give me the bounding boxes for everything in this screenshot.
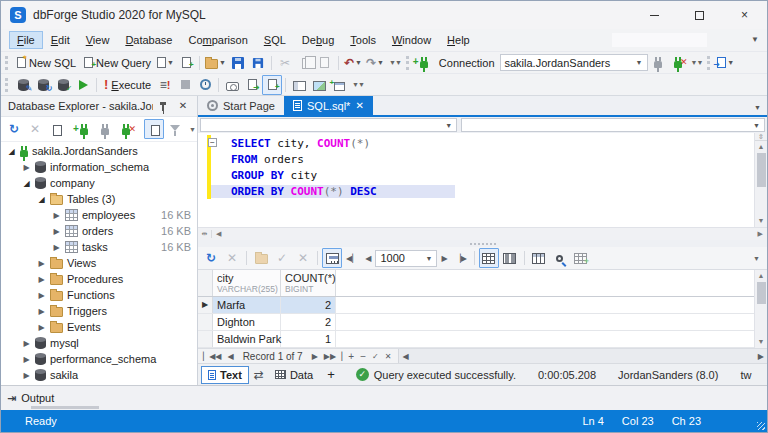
- first-record-button[interactable]: ▏◀◀: [200, 352, 224, 361]
- delete-record-button[interactable]: −: [357, 351, 369, 362]
- tree-item-information-schema[interactable]: ▶information_schema: [1, 159, 197, 175]
- tab-data[interactable]: Data: [269, 366, 319, 384]
- column-visibility-button[interactable]: [529, 248, 549, 268]
- menu-debug[interactable]: Debug: [294, 31, 342, 49]
- resize-grip[interactable]: [757, 422, 765, 430]
- column-header-city[interactable]: cityVARCHAR(255): [213, 270, 281, 296]
- tree-item-sakila-jordansanders[interactable]: ◢sakila.JordanSanders: [1, 143, 197, 159]
- pagination-toggle-button[interactable]: [322, 248, 342, 268]
- grid-cell[interactable]: Baldwin Park: [213, 331, 281, 347]
- menu-help[interactable]: Help: [439, 31, 478, 49]
- toolbar-overflow-icon[interactable]: ▼▼: [386, 59, 404, 66]
- toolbar-grip[interactable]: [5, 78, 9, 92]
- pin-panel-button[interactable]: [153, 96, 173, 116]
- tree-item-functions[interactable]: ▶Functions: [1, 287, 197, 303]
- tab-text[interactable]: Text: [201, 366, 249, 384]
- collapse-icon[interactable]: ◢: [37, 195, 46, 204]
- grid-vertical-scrollbar[interactable]: ▲ ▼: [754, 270, 767, 348]
- editor-combo-right[interactable]: ▼: [461, 118, 765, 132]
- expand-icon[interactable]: ▶: [22, 355, 31, 364]
- menu-edit[interactable]: Edit: [43, 31, 78, 49]
- cancel-changes-button[interactable]: ✕: [293, 248, 313, 268]
- save-button[interactable]: [228, 53, 248, 73]
- chevron-down-icon[interactable]: ▼: [727, 59, 734, 66]
- toolbar-overflow-icon[interactable]: ▼▼: [688, 59, 706, 66]
- tree-item-tables-3[interactable]: ◢Tables (3): [1, 191, 197, 207]
- toolbar-overflow-icon[interactable]: ▼: [753, 255, 764, 262]
- expand-icon[interactable]: ▶: [52, 211, 61, 220]
- collapse-icon[interactable]: ◢: [7, 147, 16, 156]
- collapse-icon[interactable]: ◢: [22, 179, 31, 188]
- scroll-thumb[interactable]: [757, 282, 766, 304]
- split-handle[interactable]: ⇳: [755, 133, 767, 141]
- add-view-button[interactable]: +: [321, 366, 341, 384]
- close-panel-button[interactable]: ✕: [173, 96, 193, 116]
- redo-button[interactable]: ↷▼: [364, 53, 386, 73]
- start-debug-button[interactable]: [73, 75, 93, 95]
- show-options-button[interactable]: [144, 119, 164, 139]
- visual-editor-button[interactable]: [309, 75, 329, 95]
- menu-database[interactable]: Database: [117, 31, 180, 49]
- next-record-button[interactable]: ▶: [309, 352, 321, 361]
- split-handle[interactable]: ⇹: [198, 230, 212, 238]
- new-connection-button[interactable]: +: [414, 53, 434, 73]
- editor-results-splitter[interactable]: [198, 240, 767, 247]
- grid-cell[interactable]: Marfa: [213, 297, 281, 313]
- undo-button[interactable]: ↶▼: [342, 53, 364, 73]
- query-profiler-button[interactable]: [222, 75, 242, 95]
- scroll-down-icon[interactable]: ▼: [758, 336, 765, 348]
- toolbar-overflow-icon[interactable]: ▼▼: [349, 81, 367, 88]
- expand-icon[interactable]: ▶: [37, 291, 46, 300]
- database-check-button[interactable]: ✓: [53, 75, 73, 95]
- next-page-button[interactable]: ▶: [438, 254, 450, 263]
- execute-script-button[interactable]: ≡!: [155, 75, 175, 95]
- grid-cell[interactable]: 2: [281, 314, 336, 330]
- scroll-left-icon[interactable]: ◀: [399, 352, 411, 361]
- tree-item-sakila[interactable]: ▶sakila: [1, 367, 197, 383]
- aggregates-button[interactable]: ＋: [571, 248, 591, 268]
- menu-search-area[interactable]: [612, 33, 707, 47]
- last-record-button[interactable]: ▶▶▕: [321, 352, 345, 361]
- tab-list-dropdown-icon[interactable]: ▼: [754, 104, 761, 111]
- table-row[interactable]: Baldwin Park1: [198, 331, 754, 348]
- table-row[interactable]: Dighton2: [198, 314, 754, 331]
- expand-icon[interactable]: ▶: [37, 307, 46, 316]
- first-page-button[interactable]: ◀▏: [343, 254, 361, 263]
- table-row[interactable]: ▶Marfa2: [198, 297, 754, 314]
- connection-combobox[interactable]: sakila.JordanSanders ▼: [500, 54, 648, 71]
- scroll-down-icon[interactable]: ▼: [758, 215, 765, 227]
- open-file-button[interactable]: ▼: [203, 53, 228, 73]
- toolbar-grip[interactable]: [707, 56, 711, 70]
- tree-item-events[interactable]: ▶Events: [1, 319, 197, 335]
- expand-icon[interactable]: ▶: [52, 243, 61, 252]
- connect-button[interactable]: [648, 53, 668, 73]
- new-file-button[interactable]: +: [176, 53, 196, 73]
- expand-icon[interactable]: ▶: [22, 163, 31, 172]
- database-edit-button[interactable]: ✎: [13, 75, 33, 95]
- stop-button[interactable]: [175, 75, 195, 95]
- collapse-region-icon[interactable]: −: [208, 138, 217, 147]
- menu-file[interactable]: File: [9, 31, 43, 49]
- chevron-down-icon[interactable]: ▼: [167, 59, 174, 66]
- expand-icon[interactable]: ▶: [22, 339, 31, 348]
- apply-changes-button[interactable]: ✓: [272, 248, 292, 268]
- toolbar-overflow-icon[interactable]: ▼: [186, 126, 198, 133]
- new-sql-button[interactable]: ＊New SQL: [13, 53, 80, 73]
- grid-cell[interactable]: 1: [281, 331, 336, 347]
- grid-cell[interactable]: Dighton: [213, 314, 281, 330]
- editor-vertical-scrollbar[interactable]: ⇳ ▲ ▼: [754, 133, 767, 227]
- copy-button[interactable]: [295, 53, 315, 73]
- new-query-button[interactable]: +New Query: [80, 53, 155, 73]
- close-button[interactable]: ×: [722, 1, 767, 29]
- output-tab[interactable]: Output: [21, 392, 54, 404]
- chevron-down-icon[interactable]: ▼: [377, 59, 384, 66]
- menu-tools[interactable]: Tools: [342, 31, 384, 49]
- expand-icon[interactable]: ▶: [52, 227, 61, 236]
- filter-button[interactable]: [165, 119, 185, 139]
- snippets-button[interactable]: +: [262, 75, 282, 95]
- find-in-results-button[interactable]: [550, 248, 570, 268]
- tree-item-company[interactable]: ◢company: [1, 175, 197, 191]
- sql-editor[interactable]: −SELECT city, COUNT(*)FROM ordersGROUP B…: [198, 133, 754, 227]
- tree-item-performance-schema[interactable]: ▶performance_schema: [1, 351, 197, 367]
- menu-window[interactable]: Window: [384, 31, 439, 49]
